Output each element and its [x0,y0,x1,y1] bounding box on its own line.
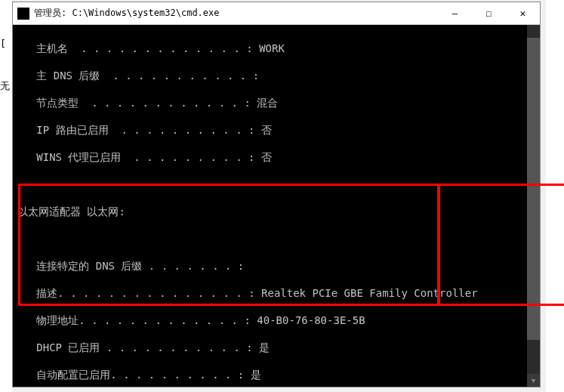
output-row: 主机名 . . . . . . . . . . . . . : WORK [17,42,535,55]
fragment-text: [ [0,38,12,49]
window-title: 管理员: C:\Windows\system32\cmd.exe [34,7,438,20]
background-fragment-left: [ 无 [0,0,12,392]
maximize-button[interactable]: ☐ [472,2,506,24]
minimize-button[interactable]: — [438,2,472,24]
titlebar[interactable]: 管理员: C:\Windows\system32\cmd.exe — ☐ ✕ [13,2,540,25]
output-row: IP 路由已启用 . . . . . . . . . . : 否 [17,123,535,137]
fragment-text: 无 [0,79,12,93]
wins-proxy-value: 否 [261,151,272,163]
description-value: Realtek PCIe GBE Family Controller [261,287,478,299]
minimize-icon: — [452,8,458,19]
autoconfig-enabled-value: 是 [251,369,261,381]
dhcp-enabled-value: 是 [259,341,270,353]
cmd-icon [17,8,29,20]
output-row: 连接特定的 DNS 后缀 . . . . . . . : [17,259,535,273]
output-row: 自动配置已启用. . . . . . . . . . : 是 [17,368,535,381]
output-row: 描述. . . . . . . . . . . . . . . : Realte… [17,286,535,300]
scrollbar-track[interactable] [527,38,540,374]
node-type-value: 混合 [257,97,278,109]
close-button[interactable]: ✕ [506,2,540,24]
adapter-header: 以太网适配器 以太网: [17,205,535,218]
terminal-scrollbar[interactable]: ▲ ▼ [527,25,540,387]
output-row: DHCP 已启用 . . . . . . . . . . . : 是 [17,341,535,354]
scrollbar-thumb[interactable] [527,38,540,340]
close-icon: ✕ [520,8,526,19]
maximize-icon: ☐ [486,8,492,19]
physical-address-value: 40-B0-76-80-3E-5B [257,314,365,326]
output-row: 节点类型 . . . . . . . . . . . . : 混合 [17,96,535,110]
output-row: 物理地址. . . . . . . . . . . . . : 40-B0-76… [17,313,535,327]
scrollbar-down-button[interactable]: ▼ [527,374,540,387]
terminal-content[interactable]: 主机名 . . . . . . . . . . . . . : WORK 主 D… [13,25,540,387]
hostname-value: WORK [259,42,285,54]
window-controls: — ☐ ✕ [438,2,540,24]
blank-line [17,232,535,245]
cmd-window: 管理员: C:\Windows\system32\cmd.exe — ☐ ✕ 主… [12,2,541,387]
blank-line [17,177,535,191]
output-row: WINS 代理已启用 . . . . . . . . . : 否 [17,150,535,164]
ip-routing-value: 否 [261,124,272,136]
background-fragment-right [546,0,564,392]
output-row: 主 DNS 后缀 . . . . . . . . . . . : [17,69,535,82]
chevron-down-icon: ▼ [532,374,535,387]
